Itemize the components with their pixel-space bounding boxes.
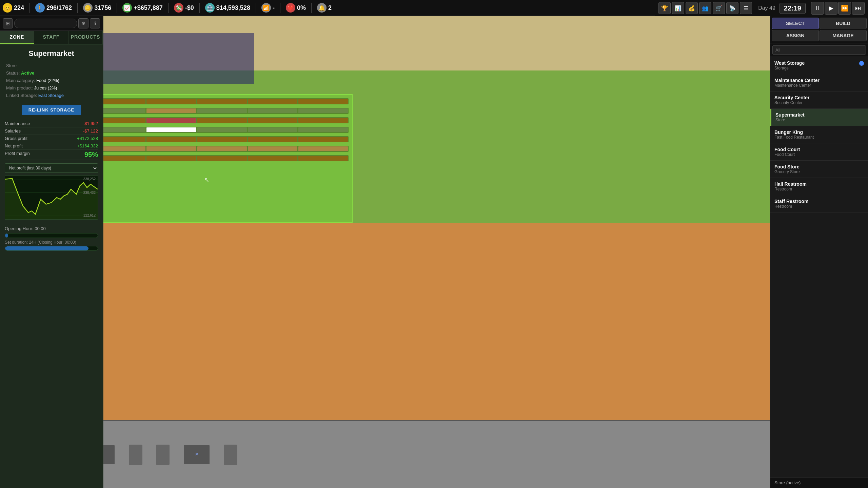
map-background [0,16,770,488]
store-indicator [859,61,864,66]
signal-counter: 📶 - [261,3,275,13]
chart-label-top: 338,252 [83,177,96,181]
signal-icon: 📶 [261,3,271,13]
relink-storage-button[interactable]: RE-LINK STORAGE [22,105,81,115]
select-button[interactable]: SELECT [772,18,819,29]
svg-marker-4 [5,179,98,219]
chart-dropdown[interactable]: Net profit (last 30 days) [5,163,98,173]
stat-salaries: Salaries -$7,122 [5,127,98,135]
menu-icon[interactable]: ☰ [740,2,752,14]
satisfaction-counter: ❤️ 0% [286,3,306,13]
trophy-icon[interactable]: 🏆 [658,2,671,14]
money2-counter: 📈 +$657,887 [122,3,163,13]
list-item[interactable]: Maintenance Center Maintenance Center [770,74,868,92]
list-item-supermarket[interactable]: Supermarket Store [770,109,868,126]
chart-svg [5,176,98,219]
panel-tabs: ZONE STAFF PRODUCTS [0,31,103,44]
money3-counter: 💸 -$0 [174,3,194,13]
expense-icon: 💸 [174,3,183,13]
profit-chart: 338,252 230,432 122,612 [5,176,98,220]
day-label: Day 49 [758,5,775,11]
left-panel: ⊞ ❄ ℹ ZONE STAFF PRODUCTS Supermarket St… [0,16,103,488]
time-display: 22:19 [780,3,806,14]
population-icon: 🚶 [35,3,45,13]
opening-hour-bar[interactable] [5,233,98,238]
staff-icon[interactable]: 👥 [699,2,711,14]
store-tooltip: Store (active) [770,477,868,488]
profit-icon: 📈 [122,3,132,13]
store-title: Supermarket [0,44,103,60]
chart-label-bot: 122,612 [83,214,96,217]
topright-controls: 🏆 📊 💰 👥 🛒 📡 ☰ Day 49 22:19 ⏸ ▶ ⏩ ⏭ [655,0,868,16]
chart-label-mid: 230,432 [83,191,96,195]
chart-section: Net profit (last 30 days) 338,252 230,43… [0,160,103,223]
hours-section: Opening Hour: 00:00 Set duration: 24H (C… [0,223,103,253]
playback-controls: ⏸ ▶ ⏩ ⏭ [811,2,865,15]
opening-hour-indicator [5,233,8,238]
stat-gross-profit: Gross profit +$172,528 [5,135,98,142]
parking-zone: P P [0,420,770,488]
list-item[interactable]: Security Center Security Center [770,92,868,109]
happiness-icon: 😊 [3,3,12,13]
coin-icon: 🪙 [83,3,93,13]
duration-bar[interactable] [5,246,98,251]
skip-button[interactable]: ⏭ [852,2,865,15]
store-status: Status: Active [6,69,97,77]
panel-toolbar: ⊞ ❄ ℹ [0,16,103,31]
right-panel: SELECT BUILD ASSIGN MANAGE West Storage … [770,16,868,488]
grid-icon[interactable]: ⊞ [3,18,13,28]
stat-net-profit: Net profit +$164,332 [5,142,98,150]
tab-products[interactable]: PRODUCTS [68,31,103,44]
population-counter: 🚶 296/1762 [35,3,72,13]
manage-button[interactable]: MANAGE [820,30,867,41]
stat-profit-margin: Profit margin 95% [5,150,98,160]
broadcast-icon[interactable]: 📡 [726,2,738,14]
info-icon[interactable]: ℹ [90,18,100,28]
store-type: Store [6,62,97,69]
store-main-product: Main product: Juices (2%) [6,84,97,92]
game-area[interactable]: ↖ P P [0,16,770,488]
satisfaction-icon: ❤️ [286,3,295,13]
list-item[interactable]: Food Court Food Court [770,143,868,161]
list-item[interactable]: Bunger King Fast Food Restaurant [770,126,868,143]
fast-forward-button[interactable]: ⏩ [838,2,851,15]
cart-icon[interactable]: 🛒 [713,2,725,14]
money1-counter: 🪙 31756 [83,3,111,13]
store-linked-storage: Linked Storage: East Storage [6,92,97,99]
list-item[interactable]: West Storage Storage [770,57,868,74]
store-info: Store Status: Active Main category: Food… [0,60,103,101]
stats-icon[interactable]: 📊 [672,2,684,14]
stats-table: Maintenance -$1,952 Salaries -$7,122 Gro… [0,119,103,160]
toolbar-search[interactable] [14,19,77,28]
tab-zone[interactable]: ZONE [0,31,34,44]
alert-counter: 🔔 2 [317,3,332,13]
assign-button[interactable]: ASSIGN [772,30,819,41]
list-item[interactable]: Food Store Grocery Store [770,161,868,178]
stat-maintenance: Maintenance -$1,952 [5,120,98,127]
opening-hour-label: Opening Hour: 00:00 [5,226,98,231]
duration-label: Set duration: 24H (Closing Hour: 00:00) [5,240,98,245]
play-button[interactable]: ▶ [825,2,837,15]
list-item[interactable]: Staff Restroom Restroom [770,195,868,212]
store-list: West Storage Storage Maintenance Center … [770,57,868,477]
list-item[interactable]: Hall Restroom Restroom [770,178,868,195]
alert-icon: 🔔 [317,3,327,13]
filter-section [770,43,868,57]
bank-icon: 🏦 [205,3,215,13]
build-button[interactable]: BUILD [820,18,867,29]
store-main-category: Main category: Food (22%) [6,77,97,84]
snowflake-icon[interactable]: ❄ [78,18,88,28]
happiness-counter: 😊 224 [3,3,24,13]
bank-counter: 🏦 $14,593,528 [205,3,250,13]
action-buttons: SELECT BUILD ASSIGN MANAGE [770,16,868,43]
filter-input[interactable] [772,45,866,55]
tab-staff[interactable]: STAFF [34,31,68,44]
pause-button[interactable]: ⏸ [811,2,824,15]
money-icon[interactable]: 💰 [686,2,698,14]
duration-indicator [5,246,88,250]
